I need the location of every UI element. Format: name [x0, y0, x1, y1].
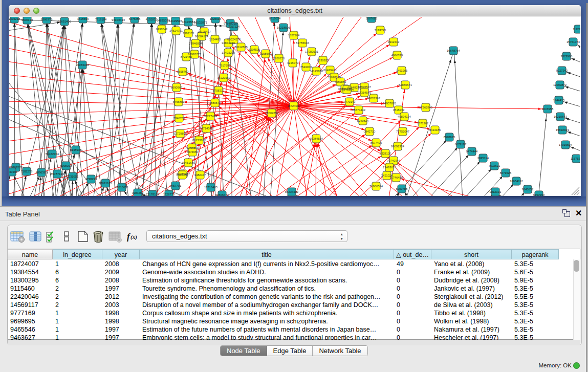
svg-text:01429401: 01429401 — [323, 69, 337, 72]
svg-text:2087682: 2087682 — [366, 17, 378, 20]
svg-text:1167533: 1167533 — [571, 157, 580, 160]
svg-text:6193990: 6193990 — [533, 193, 545, 196]
svg-text:7182278: 7182278 — [21, 170, 33, 173]
svg-text:34957885: 34957885 — [383, 102, 396, 105]
svg-text:27354549: 27354549 — [358, 91, 371, 94]
svg-text:93103413: 93103413 — [112, 18, 125, 21]
svg-text:53755646: 53755646 — [296, 41, 309, 45]
svg-text:4738299: 4738299 — [85, 178, 97, 181]
svg-text:7889579: 7889579 — [209, 101, 221, 104]
svg-text:3482477: 3482477 — [194, 173, 206, 177]
svg-text:18724007: 18724007 — [287, 104, 300, 107]
svg-text:73178108: 73178108 — [146, 193, 159, 196]
svg-text:55698169: 55698169 — [328, 76, 341, 79]
svg-text:67010651: 67010651 — [115, 186, 128, 189]
svg-text:34874016: 34874016 — [222, 41, 235, 45]
svg-text:0812191: 0812191 — [490, 190, 502, 193]
svg-text:7193745: 7193745 — [375, 29, 386, 32]
svg-text:87234309: 87234309 — [285, 190, 298, 193]
svg-text:34714345: 34714345 — [200, 127, 213, 130]
svg-text:9413186: 9413186 — [429, 128, 441, 132]
svg-text:28809570: 28809570 — [9, 166, 23, 169]
svg-text:2935114: 2935114 — [477, 157, 489, 160]
svg-text:2260256: 2260256 — [273, 57, 285, 60]
svg-text:5009788: 5009788 — [396, 187, 408, 190]
svg-text:8708317: 8708317 — [213, 89, 225, 92]
svg-text:8148932: 8148932 — [70, 148, 82, 151]
svg-text:5098393: 5098393 — [60, 164, 72, 167]
svg-text:17016504: 17016504 — [559, 143, 573, 146]
svg-text:19218506: 19218506 — [277, 26, 290, 29]
svg-text:1671902: 1671902 — [417, 122, 429, 125]
svg-text:4216073: 4216073 — [287, 61, 299, 64]
svg-text:71756551: 71756551 — [185, 146, 199, 149]
svg-text:6475255: 6475255 — [129, 17, 141, 20]
svg-text:29946804: 29946804 — [189, 42, 203, 45]
svg-text:1824493: 1824493 — [209, 38, 221, 41]
svg-text:80831367: 80831367 — [367, 97, 380, 100]
svg-text:10654112: 10654112 — [510, 180, 522, 183]
svg-text:9457791: 9457791 — [170, 184, 182, 187]
svg-text:4966319: 4966319 — [391, 54, 403, 57]
svg-text:6679197: 6679197 — [455, 143, 467, 146]
svg-text:23002653: 23002653 — [265, 112, 278, 115]
svg-text:(x): (x) — [130, 234, 137, 240]
svg-text:1491905: 1491905 — [396, 69, 408, 72]
svg-text:7770143: 7770143 — [344, 100, 356, 103]
svg-text:7991183: 7991183 — [183, 32, 194, 35]
svg-text:1627204: 1627204 — [288, 34, 300, 37]
svg-text:1615594: 1615594 — [77, 17, 89, 20]
svg-text:8386379: 8386379 — [41, 18, 53, 21]
svg-text:4192832: 4192832 — [146, 18, 158, 21]
svg-text:5240824: 5240824 — [357, 119, 369, 122]
svg-text:51850671: 51850671 — [399, 83, 412, 86]
svg-text:1226916: 1226916 — [210, 17, 222, 20]
svg-text:19384554: 19384554 — [310, 137, 323, 140]
svg-text:4896383: 4896383 — [36, 171, 48, 174]
svg-text:5674680: 5674680 — [187, 150, 199, 154]
svg-text:3518233: 3518233 — [393, 108, 405, 112]
svg-text:76320163: 76320163 — [217, 76, 230, 79]
svg-text:9600133: 9600133 — [21, 18, 33, 21]
svg-text:7346706: 7346706 — [173, 117, 185, 120]
svg-text:15751074: 15751074 — [567, 40, 580, 43]
svg-text:7632621: 7632621 — [489, 164, 500, 167]
svg-text:9227342: 9227342 — [556, 69, 568, 72]
svg-text:72423884: 72423884 — [182, 20, 195, 24]
svg-text:62729806: 62729806 — [173, 132, 187, 135]
svg-text:49894134: 49894134 — [398, 115, 411, 118]
svg-text:37996507: 37996507 — [358, 85, 371, 89]
svg-text:1031051: 1031051 — [67, 175, 79, 178]
svg-text:7917693: 7917693 — [219, 64, 231, 67]
svg-text:1112345: 1112345 — [573, 28, 580, 31]
svg-text:00524278: 00524278 — [227, 38, 241, 41]
svg-text:98084124: 98084124 — [195, 35, 209, 38]
svg-text:7357224: 7357224 — [228, 25, 240, 28]
svg-text:71746488: 71746488 — [389, 176, 403, 179]
svg-text:9323966: 9323966 — [561, 55, 573, 58]
svg-text:8677496: 8677496 — [371, 141, 382, 144]
svg-text:5466889: 5466889 — [173, 100, 185, 103]
svg-text:15451680: 15451680 — [182, 161, 195, 164]
svg-text:8938925: 8938925 — [444, 136, 455, 139]
svg-text:34624751: 34624751 — [169, 29, 183, 32]
svg-text:0330923: 0330923 — [317, 59, 329, 62]
svg-text:8813054: 8813054 — [269, 17, 281, 20]
svg-text:57262849: 57262849 — [419, 106, 432, 109]
svg-text:3387262: 3387262 — [132, 191, 144, 194]
svg-text:0842710: 0842710 — [364, 130, 376, 133]
svg-text:13433200: 13433200 — [222, 51, 235, 54]
svg-text:76945314: 76945314 — [340, 88, 354, 91]
svg-text:81223623: 81223623 — [192, 139, 206, 142]
svg-text:16210643: 16210643 — [554, 115, 567, 118]
svg-text:5430391: 5430391 — [9, 170, 17, 173]
svg-text:13493618: 13493618 — [383, 166, 396, 169]
svg-text:80112805: 80112805 — [234, 46, 247, 49]
svg-text:79740344: 79740344 — [387, 159, 401, 162]
svg-text:9245652: 9245652 — [522, 188, 534, 191]
svg-text:15692921: 15692921 — [556, 128, 569, 132]
svg-text:77752047: 77752047 — [396, 130, 409, 133]
svg-text:17080531: 17080531 — [305, 50, 318, 53]
svg-text:1244415: 1244415 — [553, 99, 565, 102]
svg-text:7543303: 7543303 — [300, 65, 312, 69]
